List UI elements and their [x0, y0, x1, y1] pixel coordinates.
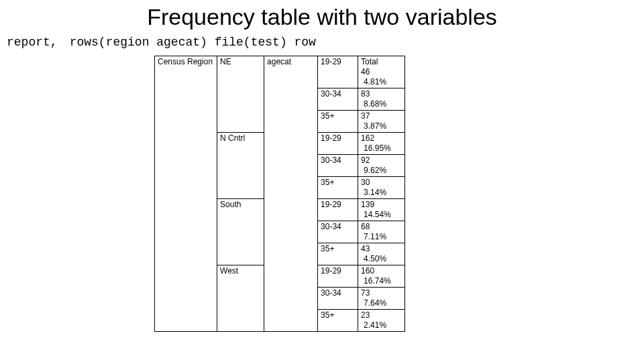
count-value: 30: [361, 178, 370, 187]
agecat-cell: 35+: [318, 310, 358, 332]
count-value: 162: [361, 133, 374, 143]
count-value: 160: [361, 266, 374, 276]
pct-value: 4.81%: [361, 77, 400, 87]
pct-value: 4.50%: [361, 254, 400, 264]
agecat-cell: 35+: [318, 177, 358, 199]
count-value: 68: [361, 222, 370, 231]
pct-value: 16.95%: [361, 143, 400, 154]
agecat-cell: 19-29: [318, 265, 358, 288]
total-cell: 162 16.95%: [358, 133, 405, 155]
pct-value: 9.62%: [361, 166, 400, 176]
count-value: 92: [361, 156, 370, 165]
count-value: 83: [361, 89, 370, 99]
region-cell: West: [217, 265, 264, 332]
count-value: 23: [361, 310, 370, 320]
pct-value: 8.68%: [361, 99, 400, 109]
table-header-row: Census Region NE agecat 19-29 Total 46 4…: [155, 56, 405, 88]
pct-value: 7.64%: [361, 298, 400, 308]
region-cell: N Cntrl: [217, 133, 264, 199]
agecat-cell: 30-34: [318, 288, 358, 310]
count-value: 139: [361, 200, 374, 209]
pct-value: 7.11%: [361, 232, 400, 242]
pct-value: 2.41%: [361, 320, 400, 330]
count-value: 37: [361, 111, 370, 121]
pct-value: 16.74%: [361, 276, 400, 286]
pct-value: 14.54%: [361, 210, 400, 220]
total-cell: 23 2.41%: [358, 310, 405, 332]
agecat-cell: 19-29: [318, 56, 358, 88]
pct-value: 3.14%: [361, 188, 400, 198]
total-cell: 83 8.68%: [358, 88, 405, 111]
region-cell: South: [217, 199, 264, 265]
total-cell: 68 7.11%: [358, 221, 405, 243]
agecat-cell: 19-29: [318, 133, 358, 155]
count-value: 73: [361, 288, 370, 298]
col-dimension-label: agecat: [264, 56, 318, 332]
total-cell: 30 3.14%: [358, 177, 405, 199]
total-cell: 43 4.50%: [358, 243, 405, 265]
agecat-cell: 35+: [318, 111, 358, 133]
count-value: 43: [361, 244, 370, 253]
total-cell: 139 14.54%: [358, 199, 405, 221]
command-args: rows(region agecat) file(test) row: [70, 36, 316, 49]
total-cell: 73 7.64%: [358, 288, 405, 310]
agecat-cell: 35+: [318, 243, 358, 265]
total-cell: 160 16.74%: [358, 265, 405, 288]
agecat-cell: 30-34: [318, 88, 358, 111]
row-dimension-label: Census Region: [155, 56, 217, 332]
total-header: Total: [361, 57, 378, 66]
frequency-table: Census Region NE agecat 19-29 Total 46 4…: [154, 56, 405, 332]
command-keyword: report,: [7, 36, 58, 49]
agecat-cell: 19-29: [318, 199, 358, 221]
total-cell: Total 46 4.81%: [358, 56, 405, 88]
frequency-table-body: Census Region NE agecat 19-29 Total 46 4…: [155, 56, 405, 332]
count-value: 46: [361, 67, 370, 76]
total-cell: 37 3.87%: [358, 111, 405, 133]
pct-value: 3.87%: [361, 121, 400, 131]
total-cell: 92 9.62%: [358, 155, 405, 177]
agecat-cell: 30-34: [318, 155, 358, 177]
slide-title: Frequency table with two variables: [0, 4, 644, 30]
region-cell: NE: [217, 56, 264, 133]
report-command: report,rows(region agecat) file(test) ro…: [7, 36, 644, 49]
agecat-cell: 30-34: [318, 221, 358, 243]
